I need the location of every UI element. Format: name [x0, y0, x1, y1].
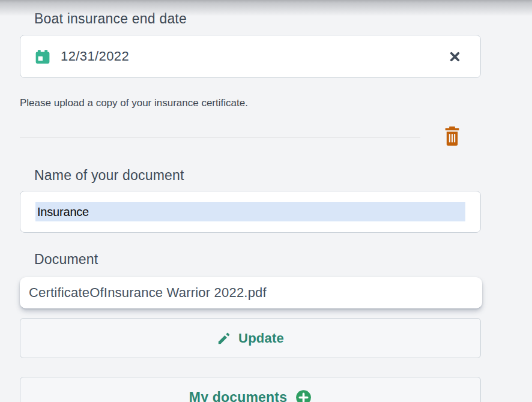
calendar-icon[interactable] — [35, 49, 50, 65]
delete-document-button[interactable] — [444, 126, 460, 148]
clear-date-button[interactable] — [447, 49, 462, 64]
insurance-end-date-input[interactable]: 12/31/2022 — [20, 35, 481, 78]
my-documents-button-label: My documents — [189, 389, 287, 402]
upload-help-text: Please upload a copy of your insurance c… — [20, 96, 481, 110]
form-page: Boat insurance end date 12/31/2022 Pleas… — [0, 0, 532, 402]
name-field-label: Name of your document — [34, 167, 481, 184]
document-divider-row — [20, 123, 481, 149]
my-documents-button[interactable]: My documents — [20, 377, 481, 402]
date-field-label: Boat insurance end date — [34, 10, 481, 28]
update-button-label: Update — [238, 331, 284, 346]
date-value: 12/31/2022 — [61, 49, 129, 64]
update-button[interactable]: Update — [20, 318, 481, 358]
text-selection-highlight: Insurance — [35, 202, 465, 221]
document-name-value: Insurance — [37, 205, 89, 219]
document-file-field[interactable]: CertificateOfInsurance Warrior 2022.pdf — [20, 277, 482, 308]
close-x-icon — [448, 50, 462, 64]
pencil-icon — [217, 331, 231, 346]
plus-circle-icon — [295, 389, 312, 402]
document-field-label: Document — [34, 251, 481, 268]
divider-line — [20, 137, 420, 138]
document-name-input[interactable]: Insurance — [20, 191, 481, 233]
document-filename: CertificateOfInsurance Warrior 2022.pdf — [29, 285, 267, 301]
trash-icon — [444, 126, 460, 146]
form-content: Boat insurance end date 12/31/2022 Pleas… — [0, 10, 532, 402]
